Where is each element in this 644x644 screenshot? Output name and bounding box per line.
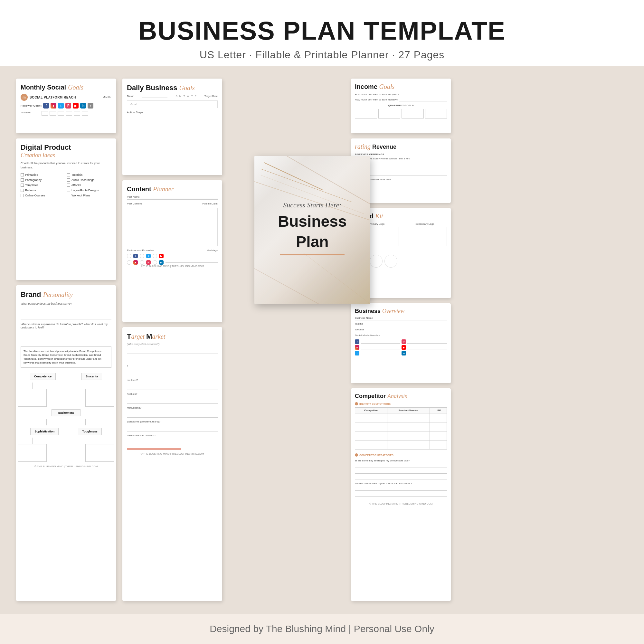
cp-ig-icon: ● bbox=[133, 260, 138, 265]
ca-line-6 bbox=[355, 498, 447, 502]
ms-platform-row: m SOCIAL PLATFORM REACH Month: bbox=[21, 94, 111, 101]
dp-check-logos bbox=[67, 189, 70, 192]
cp-yt-icon: ▶ bbox=[159, 254, 164, 258]
tm-pink-bar bbox=[127, 448, 181, 450]
dp-item-ebooks: eBooks bbox=[67, 184, 111, 187]
dp-item-courses: Online Courses bbox=[21, 194, 65, 197]
dg-date-label: Date: bbox=[127, 95, 134, 98]
tm-q1: ? bbox=[127, 365, 218, 368]
bo-ig-icon: ● bbox=[355, 345, 359, 350]
bp-watermark: © THE BLUSHING MIND | THEBLUSHING MIND.C… bbox=[21, 465, 111, 468]
dp-items-grid: Printables Tutorials Photography Audio R… bbox=[21, 173, 111, 197]
tm-line-4 bbox=[127, 384, 218, 390]
bo-yt-icon: ▶ bbox=[402, 345, 406, 350]
cover-main-1: Business bbox=[278, 213, 346, 230]
content-planner-card: Content Planner Post Name: Post Content … bbox=[122, 180, 222, 322]
cover-page: Success Starts Here: Business Plan bbox=[254, 156, 370, 304]
bo-social-label: Social Media Handles bbox=[355, 334, 447, 337]
cover-script: Success Starts Here: bbox=[278, 201, 346, 210]
bp-box-sincerity bbox=[85, 389, 114, 407]
cp-hashtags-label: Hashtags bbox=[207, 249, 218, 252]
ms-social-icons: Follower Count f ● t P ▶ in + bbox=[21, 103, 111, 109]
tm-q4: motivations? bbox=[127, 406, 218, 409]
page-subtitle: US Letter · Fillable & Printable Planner… bbox=[0, 49, 644, 61]
cp-circle-3 bbox=[153, 254, 157, 258]
competitor-analysis-card: Competitor Analysis IDENTIFY COMPETITORS… bbox=[351, 388, 451, 601]
page-title: BUSINESS PLAN TEMPLATE bbox=[0, 16, 644, 46]
ms-achieved-row: Achieved bbox=[21, 111, 111, 116]
bo-social-grid: f P ● ▶ t bbox=[355, 339, 447, 355]
dp-item-photography: Photography bbox=[21, 178, 65, 182]
dp-subtitle: Creation Ideas bbox=[21, 152, 111, 159]
bo-li-row: in bbox=[402, 351, 447, 355]
cp-platform-label: Platform and Promotion bbox=[127, 249, 154, 252]
cp-post-name-label: Post Name: bbox=[127, 195, 140, 198]
dg-days: SMTWTF bbox=[175, 95, 196, 98]
bp-node-competence: Competence bbox=[30, 373, 56, 380]
bo-li-icon: in bbox=[402, 351, 406, 355]
twitter-icon: t bbox=[58, 103, 64, 109]
ca-title-script: Analysis bbox=[387, 393, 407, 399]
footer-text: Designed by The Blushing Mind | Personal… bbox=[0, 623, 644, 634]
bo-business-name: Business Name bbox=[355, 317, 447, 320]
bo-tw-row: t bbox=[355, 351, 400, 355]
dp-item-patterns: Patterns bbox=[21, 189, 65, 192]
bp-line-2 bbox=[21, 314, 111, 319]
bp-box-competence bbox=[18, 389, 47, 407]
dp-check-ebooks bbox=[67, 184, 70, 187]
ig-q2 bbox=[378, 109, 401, 118]
target-market-card: Target Market (Who is my ideal customer?… bbox=[122, 327, 222, 601]
bo-yt-row: ▶ bbox=[402, 345, 447, 350]
dg-action-label: Action Steps bbox=[127, 111, 218, 114]
ca-competitors-table: Competitor Product/Service USP bbox=[355, 407, 447, 450]
ca-identify-label: IDENTIFY COMPETITORS bbox=[355, 402, 447, 405]
bo-ig-row: ● bbox=[355, 345, 400, 350]
cp-post-name-row: Post Name: bbox=[127, 195, 218, 200]
pinterest-icon: P bbox=[65, 103, 71, 109]
ca-line-4 bbox=[355, 486, 447, 491]
other-icon: + bbox=[88, 103, 93, 109]
dp-check-printables bbox=[21, 173, 24, 176]
bo-pin-icon: P bbox=[402, 339, 406, 344]
tm-line-5 bbox=[127, 398, 218, 404]
bp-line-4 bbox=[21, 338, 111, 343]
ms-platform-label: SOCIAL PLATFORM REACH bbox=[30, 96, 76, 99]
dp-description: Check off the products that you feel ins… bbox=[21, 161, 111, 169]
bk-circle-3 bbox=[384, 255, 397, 268]
cp-post-content-label: Post Content bbox=[127, 202, 142, 205]
cp-content-area bbox=[127, 208, 218, 246]
cp-watermark: © THE BLUSHING MIND | THEBLUSHING MIND.C… bbox=[127, 265, 218, 268]
business-overview-card: Business Overview Business Name Tagline … bbox=[351, 303, 451, 383]
ig-q2-row: How much do I want to earn monthly? bbox=[355, 98, 447, 101]
ca-col-usp: USP bbox=[430, 408, 447, 413]
ca-line-5 bbox=[355, 492, 447, 497]
tm-q6: them solve this problem? bbox=[127, 434, 218, 437]
bp-row-bottom: Sophistication Toughness bbox=[30, 428, 101, 435]
bp-node-sincerity: Sincerity bbox=[81, 373, 102, 380]
ms-title: Monthly Social Goals bbox=[21, 84, 111, 91]
bo-pin-row: P bbox=[402, 339, 447, 344]
bo-website: Website bbox=[355, 328, 447, 332]
dp-check-templates bbox=[21, 184, 24, 187]
dp-item-printables: Printables bbox=[21, 173, 65, 176]
ca-row-3 bbox=[355, 431, 447, 440]
dp-item-workout: Workout Plans bbox=[67, 194, 111, 197]
dp-check-courses bbox=[21, 194, 24, 197]
column-2: Daily Business Goals Date: SMTWTF Target… bbox=[122, 79, 222, 601]
tm-q5: pain points (problems/fears)? bbox=[127, 420, 218, 423]
tm-q2: me level? bbox=[127, 379, 218, 382]
tm-line-3 bbox=[127, 370, 218, 376]
monthly-social-card: Monthly Social Goals m SOCIAL PLATFORM R… bbox=[16, 79, 116, 133]
bo-tagline: Tagline bbox=[355, 322, 447, 326]
bp-title-area: Brand Personality bbox=[21, 290, 111, 299]
cp-icons-row-2: ● P in bbox=[127, 260, 218, 265]
linkedin-icon: in bbox=[80, 103, 86, 109]
bo-fb-row: f bbox=[355, 339, 400, 344]
cover-main-2: Plan bbox=[278, 233, 346, 251]
dp-check-patterns bbox=[21, 189, 24, 192]
ig-quarterly: QUARTERLY GOALS bbox=[355, 104, 447, 107]
cp-title-script: Planner bbox=[153, 185, 174, 193]
ca-col-product: Product/Service bbox=[387, 408, 430, 413]
ca-watermark: © THE BLUSHING MIND | THEBLUSHING MIND.C… bbox=[355, 502, 447, 505]
cp-li-icon: in bbox=[159, 260, 164, 265]
